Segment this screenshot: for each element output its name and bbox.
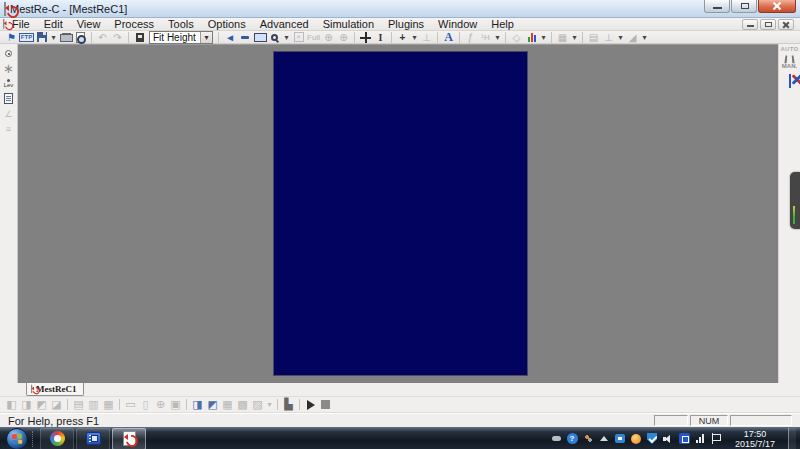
menu-item-process[interactable]: Process <box>107 18 161 31</box>
clipboard-icon[interactable] <box>1 92 16 105</box>
save-dropdown-icon[interactable]: ▾ <box>49 31 58 44</box>
ftp-icon[interactable]: FTP <box>19 31 34 44</box>
menu-item-view[interactable]: View <box>70 18 108 31</box>
zoom-mode-icon[interactable] <box>132 31 147 44</box>
network-icon[interactable] <box>694 433 706 445</box>
align-bottom-icon[interactable]: ◪ <box>49 398 64 412</box>
annotation-icon[interactable]: A <box>441 31 456 44</box>
list-tool-icon[interactable]: ≡ <box>1 122 16 135</box>
show-desktop-button[interactable] <box>788 428 796 449</box>
same-width-icon[interactable]: ▭ <box>123 398 138 412</box>
data-table-icon[interactable] <box>789 75 791 87</box>
nucleus-icon[interactable]: ¹H <box>478 31 493 44</box>
restore-button[interactable] <box>731 0 757 13</box>
align-top-icon[interactable]: ◩ <box>34 398 49 412</box>
function-icon[interactable]: ƒ <box>463 31 478 44</box>
collapse-icon[interactable] <box>237 31 252 44</box>
corner-tool-dropdown-icon[interactable]: ▾ <box>640 31 649 44</box>
auto-phase-label[interactable]: AUTO <box>780 46 798 52</box>
full-view-icon[interactable]: Full <box>306 31 321 44</box>
peaks-diamond-icon[interactable]: ◇ <box>509 31 524 44</box>
axis-tool-icon[interactable]: ∠ <box>1 107 16 120</box>
layer-icon[interactable]: ▨ <box>250 398 265 412</box>
full-spectrum-icon[interactable] <box>252 31 267 44</box>
tray-help-icon[interactable]: ? <box>566 433 578 445</box>
zoom-region-icon[interactable]: × <box>291 31 306 44</box>
grid-tool-dropdown-icon[interactable]: ▾ <box>570 31 579 44</box>
play-button[interactable] <box>303 398 318 412</box>
stop-button[interactable] <box>318 398 333 412</box>
crosshair-point-icon[interactable] <box>1 47 16 60</box>
baseline-icon[interactable]: ⊥ <box>419 31 434 44</box>
tray-security-shield-icon[interactable] <box>646 433 658 445</box>
zoom-in-icon[interactable] <box>267 31 282 44</box>
redo-icon[interactable]: ↷ <box>110 31 125 44</box>
mdi-minimize-button[interactable] <box>742 19 758 30</box>
document-tab[interactable]: MestReC1 <box>26 383 84 396</box>
document-icon[interactable] <box>3 20 4 28</box>
zoom-mode-dropdown-icon[interactable]: ▾ <box>200 32 212 43</box>
menu-item-advanced[interactable]: Advanced <box>253 18 316 31</box>
menu-item-tools[interactable]: Tools <box>161 18 201 31</box>
print-preview-icon[interactable] <box>73 31 88 44</box>
menu-item-plugins[interactable]: Plugins <box>381 18 431 31</box>
pan-icon[interactable] <box>358 31 373 44</box>
add-dropdown-icon[interactable]: ▾ <box>410 31 419 44</box>
send-to-back-icon[interactable]: ◩ <box>205 398 220 412</box>
crosshair-icon[interactable]: ⊕ <box>321 31 336 44</box>
menu-item-simulation[interactable]: Simulation <box>316 18 381 31</box>
close-button[interactable] <box>758 0 796 13</box>
grid-snap-icon[interactable]: ▦ <box>220 398 235 412</box>
edge-slider-widget[interactable] <box>790 172 800 229</box>
start-button[interactable] <box>6 428 28 449</box>
minimize-button[interactable] <box>704 0 730 13</box>
manual-phase-icon[interactable]: MAN. <box>782 55 797 69</box>
align-tool-icon[interactable]: ▤ <box>586 31 601 44</box>
tray-pill-icon[interactable] <box>550 433 562 445</box>
menu-item-edit[interactable]: Edit <box>37 18 70 31</box>
save-icon[interactable] <box>34 31 49 44</box>
document-page[interactable] <box>273 51 528 376</box>
layer-dropdown-icon[interactable]: ▾ <box>265 398 274 412</box>
level-tool-icon[interactable]: Lev <box>1 77 16 90</box>
integral-cursor-icon[interactable]: I <box>373 31 388 44</box>
print-icon[interactable] <box>58 31 73 44</box>
same-height-icon[interactable]: ▯ <box>138 398 153 412</box>
align-right-icon[interactable]: ◨ <box>19 398 34 412</box>
center-both-icon[interactable]: ▦ <box>101 398 116 412</box>
fits-dropdown-icon[interactable]: ▾ <box>539 31 548 44</box>
bring-to-front-icon[interactable]: ◨ <box>190 398 205 412</box>
grid-show-icon[interactable]: ▩ <box>235 398 250 412</box>
zoom-mode-select[interactable]: Fit Height ▾ <box>149 31 213 44</box>
open-icon[interactable]: ⚑ <box>4 31 19 44</box>
nucleus-dropdown-icon[interactable]: ▾ <box>493 31 502 44</box>
tray-bluebox-icon[interactable] <box>614 433 626 445</box>
undo-icon[interactable]: ↶ <box>95 31 110 44</box>
center-vertical-icon[interactable]: ▥ <box>86 398 101 412</box>
corner-tool-icon[interactable]: ◢ <box>625 31 640 44</box>
stack-icon[interactable]: ▙ <box>281 398 296 412</box>
fits-icon[interactable] <box>524 31 539 44</box>
crosshair-2-icon[interactable]: ⊕ <box>336 31 351 44</box>
volume-icon[interactable] <box>662 433 674 445</box>
flower-tool-icon[interactable]: ∗ <box>1 62 16 75</box>
taskbar-clock[interactable]: 17:50 2015/7/17 <box>726 429 784 449</box>
mdi-close-button[interactable] <box>778 19 794 30</box>
baseline-tool-icon[interactable]: ⊥ <box>601 31 616 44</box>
menu-item-window[interactable]: Window <box>431 18 484 31</box>
add-icon[interactable]: + <box>395 31 410 44</box>
menu-item-options[interactable]: Options <box>201 18 253 31</box>
grid-tool-icon[interactable]: ▦ <box>555 31 570 44</box>
show-hidden-icons-button[interactable] <box>598 433 610 445</box>
same-size-icon[interactable]: ⊕ <box>153 398 168 412</box>
action-center-icon[interactable] <box>710 433 722 445</box>
menu-item-help[interactable]: Help <box>484 18 521 31</box>
align-left-icon[interactable]: ◧ <box>4 398 19 412</box>
tray-ime-icon[interactable] <box>678 433 690 445</box>
taskbar-app-browser[interactable] <box>40 428 74 449</box>
fit-object-icon[interactable]: ▣ <box>168 398 183 412</box>
tray-user-icon[interactable] <box>630 433 642 445</box>
baseline-tool-dropdown-icon[interactable]: ▾ <box>616 31 625 44</box>
back-arrow-icon[interactable]: ► <box>222 31 237 44</box>
zoom-dropdown-icon[interactable]: ▾ <box>282 31 291 44</box>
